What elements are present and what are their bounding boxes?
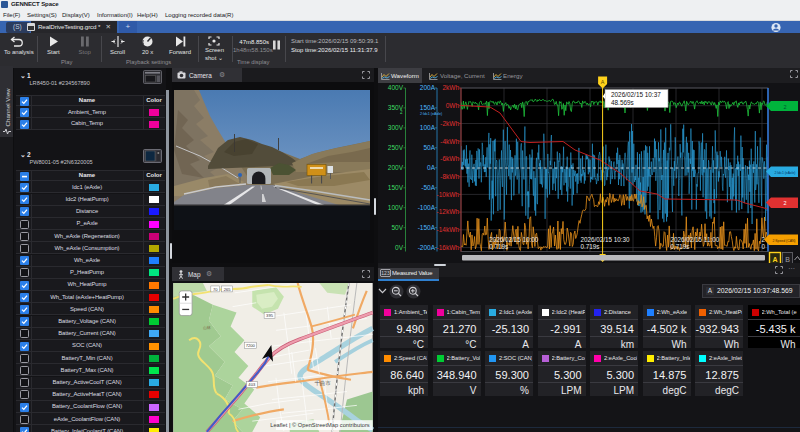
svg-text:-16kWh: -16kWh	[437, 244, 460, 251]
svg-text:-10kWh: -10kWh	[437, 191, 460, 198]
svg-text:-200A: -200A	[418, 244, 436, 251]
svg-text:50A: 50A	[423, 144, 435, 151]
svg-text:400V: 400V	[388, 84, 404, 91]
svg-text:123: 123	[381, 270, 390, 276]
svg-text:A: A	[772, 256, 777, 263]
svg-text:2026/02/15 10:37: 2026/02/15 10:37	[611, 91, 661, 98]
svg-text:B: B	[785, 256, 790, 263]
svg-text:2026/02/15 11:00: 2026/02/15 11:00	[671, 236, 720, 243]
svg-text:-6kWh: -6kWh	[440, 155, 459, 162]
svg-text:2026/02/15 10:00: 2026/02/15 10:00	[489, 236, 539, 243]
svg-text:50V: 50V	[391, 224, 403, 231]
svg-text:0.719s: 0.719s	[580, 243, 599, 250]
svg-text:265: 265	[224, 287, 232, 292]
svg-text:-2kWh: -2kWh	[440, 120, 459, 127]
svg-text:-50A: -50A	[421, 184, 435, 191]
svg-text:200A: 200A	[420, 84, 436, 91]
svg-text:千曲市: 千曲市	[314, 380, 331, 386]
svg-text:0: 0	[762, 243, 766, 250]
svg-text:200V: 200V	[388, 164, 404, 171]
svg-text:2: 2	[783, 200, 786, 206]
svg-text:150A: 150A	[420, 104, 436, 111]
svg-text:100A: 100A	[420, 124, 436, 131]
svg-text:48.569s: 48.569s	[611, 99, 634, 106]
svg-text:2:Speed (CAN): 2:Speed (CAN)	[773, 239, 796, 243]
svg-text:250V: 250V	[388, 144, 404, 151]
svg-text:0V: 0V	[395, 244, 404, 251]
svg-text:A: A	[601, 79, 605, 85]
svg-text:Leaflet | © OpenStreetMap cont: Leaflet | © OpenStreetMap contributors	[270, 422, 370, 428]
svg-text:0Wh: 0Wh	[446, 102, 460, 109]
svg-text:2:Idc1 (eAxle): 2:Idc1 (eAxle)	[775, 171, 796, 175]
svg-text:2: 2	[783, 104, 786, 110]
svg-text:2026/02/15 10:30: 2026/02/15 10:30	[580, 236, 630, 243]
svg-text:70: 70	[213, 287, 218, 292]
svg-text:-100A: -100A	[418, 204, 436, 211]
svg-text:0.719s: 0.719s	[489, 243, 508, 250]
svg-text:7200: 7200	[246, 343, 256, 348]
svg-text:0A: 0A	[427, 164, 436, 171]
svg-text:403: 403	[248, 382, 256, 387]
svg-text:2kWh: 2kWh	[442, 84, 459, 91]
svg-text:-8kWh: -8kWh	[440, 173, 459, 180]
svg-text:-4kWh: -4kWh	[440, 138, 459, 145]
svg-text:0.719s: 0.719s	[671, 243, 690, 250]
svg-text:-12kWh: -12kWh	[437, 208, 460, 215]
svg-text:-150A: -150A	[418, 224, 436, 231]
svg-text:山林: 山林	[203, 325, 211, 330]
svg-text:395: 395	[266, 313, 274, 318]
svg-text:100V: 100V	[388, 204, 404, 211]
svg-text:300V: 300V	[388, 124, 404, 131]
svg-text:150V: 150V	[388, 184, 404, 191]
svg-text:-14kWh: -14kWh	[437, 226, 460, 233]
svg-text:2:Idc1 (eAxle): 2:Idc1 (eAxle)	[420, 112, 442, 116]
